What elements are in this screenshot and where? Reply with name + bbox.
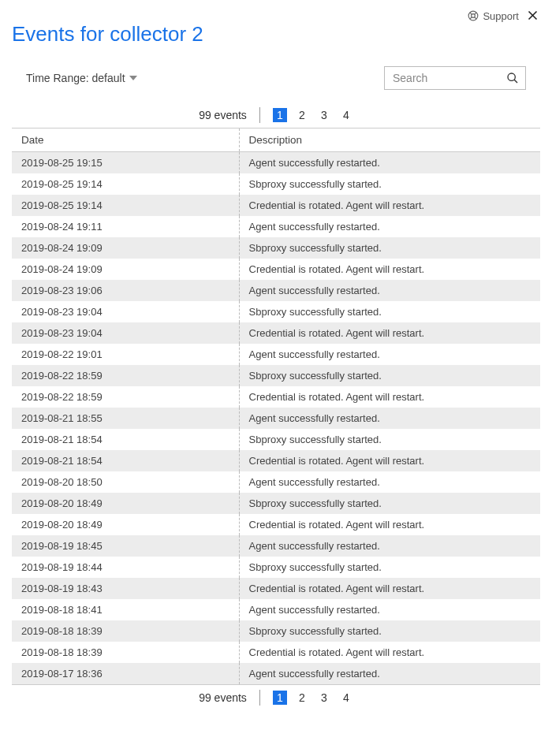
events-table: Date Description 2019-08-25 19:15Agent s… bbox=[12, 128, 540, 685]
cell-date: 2019-08-22 18:59 bbox=[12, 365, 239, 386]
cell-description: Agent successfully restarted. bbox=[239, 663, 540, 685]
cell-date: 2019-08-25 19:14 bbox=[12, 195, 239, 216]
cell-description: Sbproxy successfully started. bbox=[239, 301, 540, 322]
events-tbody: 2019-08-25 19:15Agent successfully resta… bbox=[12, 152, 540, 685]
col-header-description[interactable]: Description bbox=[239, 128, 540, 152]
cell-date: 2019-08-25 19:14 bbox=[12, 173, 239, 195]
table-row: 2019-08-25 19:14Sbproxy successfully sta… bbox=[12, 173, 540, 195]
time-range-dropdown[interactable]: Time Range: default bbox=[26, 72, 137, 84]
cell-description: Sbproxy successfully started. bbox=[239, 365, 540, 386]
page-number-1[interactable]: 1 bbox=[273, 691, 287, 705]
cell-date: 2019-08-22 18:59 bbox=[12, 386, 239, 408]
table-row: 2019-08-22 18:59Sbproxy successfully sta… bbox=[12, 365, 540, 386]
cell-date: 2019-08-20 18:49 bbox=[12, 514, 239, 535]
cell-date: 2019-08-21 18:54 bbox=[12, 429, 239, 450]
support-link[interactable]: Support bbox=[468, 10, 519, 22]
cell-description: Credential is rotated. Agent will restar… bbox=[239, 578, 540, 599]
cell-date: 2019-08-19 18:43 bbox=[12, 578, 239, 599]
cell-description: Credential is rotated. Agent will restar… bbox=[239, 514, 540, 535]
cell-date: 2019-08-19 18:44 bbox=[12, 557, 239, 578]
cell-description: Sbproxy successfully started. bbox=[239, 173, 540, 195]
table-row: 2019-08-23 19:06Agent successfully resta… bbox=[12, 280, 540, 301]
table-row: 2019-08-24 19:09Sbproxy successfully sta… bbox=[12, 237, 540, 259]
table-row: 2019-08-22 19:01Agent successfully resta… bbox=[12, 344, 540, 365]
cell-date: 2019-08-18 18:39 bbox=[12, 642, 239, 663]
cell-date: 2019-08-17 18:36 bbox=[12, 663, 239, 685]
cell-description: Sbproxy successfully started. bbox=[239, 620, 540, 642]
svg-line-4 bbox=[475, 13, 477, 15]
table-row: 2019-08-20 18:49Sbproxy successfully sta… bbox=[12, 493, 540, 514]
table-row: 2019-08-19 18:44Sbproxy successfully sta… bbox=[12, 557, 540, 578]
paginator-separator bbox=[259, 690, 260, 706]
page-list-top: 1234 bbox=[273, 108, 353, 122]
col-header-date[interactable]: Date bbox=[12, 128, 239, 152]
svg-line-5 bbox=[470, 17, 472, 20]
table-row: 2019-08-24 19:09Credential is rotated. A… bbox=[12, 259, 540, 280]
svg-line-9 bbox=[514, 80, 517, 83]
table-row: 2019-08-18 18:39Sbproxy successfully sta… bbox=[12, 620, 540, 642]
table-row: 2019-08-20 18:50Agent successfully resta… bbox=[12, 471, 540, 493]
cell-description: Credential is rotated. Agent will restar… bbox=[239, 259, 540, 280]
paginator-separator bbox=[259, 107, 260, 123]
cell-date: 2019-08-19 18:45 bbox=[12, 535, 239, 557]
search-box[interactable] bbox=[384, 66, 526, 90]
table-row: 2019-08-23 19:04Credential is rotated. A… bbox=[12, 322, 540, 344]
cell-description: Credential is rotated. Agent will restar… bbox=[239, 642, 540, 663]
cell-date: 2019-08-20 18:49 bbox=[12, 493, 239, 514]
table-row: 2019-08-21 18:54Credential is rotated. A… bbox=[12, 450, 540, 471]
cell-description: Credential is rotated. Agent will restar… bbox=[239, 386, 540, 408]
cell-date: 2019-08-23 19:04 bbox=[12, 301, 239, 322]
cell-date: 2019-08-20 18:50 bbox=[12, 471, 239, 493]
cell-date: 2019-08-21 18:54 bbox=[12, 450, 239, 471]
table-row: 2019-08-23 19:04Sbproxy successfully sta… bbox=[12, 301, 540, 322]
close-icon bbox=[527, 9, 539, 21]
cell-description: Credential is rotated. Agent will restar… bbox=[239, 322, 540, 344]
page-number-2[interactable]: 2 bbox=[295, 108, 309, 122]
cell-date: 2019-08-18 18:39 bbox=[12, 620, 239, 642]
table-row: 2019-08-18 18:41Agent successfully resta… bbox=[12, 599, 540, 620]
support-icon bbox=[468, 10, 479, 21]
table-row: 2019-08-19 18:43Credential is rotated. A… bbox=[12, 578, 540, 599]
paginator-top: 99 events 1234 bbox=[12, 107, 540, 123]
cell-description: Agent successfully restarted. bbox=[239, 216, 540, 237]
page-number-3[interactable]: 3 bbox=[317, 691, 331, 705]
cell-description: Credential is rotated. Agent will restar… bbox=[239, 450, 540, 471]
cell-description: Sbproxy successfully started. bbox=[239, 237, 540, 259]
table-row: 2019-08-24 19:11Agent successfully resta… bbox=[12, 216, 540, 237]
table-row: 2019-08-19 18:45Agent successfully resta… bbox=[12, 535, 540, 557]
support-label: Support bbox=[483, 10, 519, 22]
cell-description: Sbproxy successfully started. bbox=[239, 429, 540, 450]
cell-date: 2019-08-24 19:09 bbox=[12, 237, 239, 259]
cell-description: Agent successfully restarted. bbox=[239, 152, 540, 174]
page-number-4[interactable]: 4 bbox=[339, 108, 353, 122]
search-input[interactable] bbox=[391, 71, 502, 85]
cell-date: 2019-08-22 19:01 bbox=[12, 344, 239, 365]
page-number-1[interactable]: 1 bbox=[273, 108, 287, 122]
cell-date: 2019-08-24 19:11 bbox=[12, 216, 239, 237]
cell-description: Sbproxy successfully started. bbox=[239, 493, 540, 514]
table-row: 2019-08-25 19:14Credential is rotated. A… bbox=[12, 195, 540, 216]
page-title: Events for collector 2 bbox=[12, 24, 540, 44]
table-row: 2019-08-21 18:54Sbproxy successfully sta… bbox=[12, 429, 540, 450]
cell-date: 2019-08-21 18:55 bbox=[12, 408, 239, 429]
cell-date: 2019-08-25 19:15 bbox=[12, 152, 239, 174]
cell-date: 2019-08-23 19:06 bbox=[12, 280, 239, 301]
cell-description: Agent successfully restarted. bbox=[239, 280, 540, 301]
page-number-3[interactable]: 3 bbox=[317, 108, 331, 122]
events-count: 99 events bbox=[199, 109, 247, 121]
table-row: 2019-08-18 18:39Credential is rotated. A… bbox=[12, 642, 540, 663]
cell-description: Agent successfully restarted. bbox=[239, 408, 540, 429]
page-number-4[interactable]: 4 bbox=[339, 691, 353, 705]
close-button[interactable] bbox=[525, 8, 540, 24]
svg-line-3 bbox=[475, 17, 477, 20]
page-number-2[interactable]: 2 bbox=[295, 691, 309, 705]
paginator-bottom: 99 events 1234 bbox=[12, 690, 540, 706]
cell-date: 2019-08-24 19:09 bbox=[12, 259, 239, 280]
cell-date: 2019-08-23 19:04 bbox=[12, 322, 239, 344]
cell-date: 2019-08-18 18:41 bbox=[12, 599, 239, 620]
table-row: 2019-08-17 18:36Agent successfully resta… bbox=[12, 663, 540, 685]
svg-line-2 bbox=[470, 13, 472, 15]
table-row: 2019-08-21 18:55Agent successfully resta… bbox=[12, 408, 540, 429]
cell-description: Agent successfully restarted. bbox=[239, 344, 540, 365]
cell-description: Sbproxy successfully started. bbox=[239, 557, 540, 578]
